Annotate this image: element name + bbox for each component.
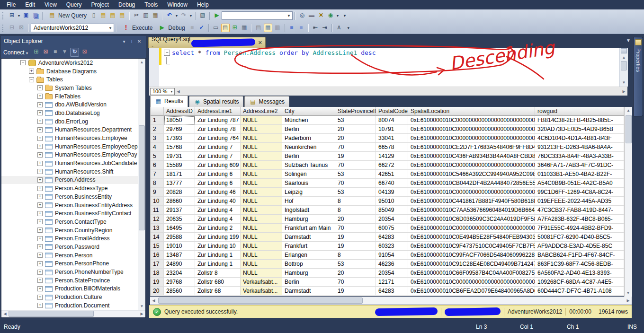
data-cell[interactable]: 53 xyxy=(335,260,376,269)
data-cell[interactable]: 12171 xyxy=(376,278,408,287)
data-cell[interactable]: 20635 xyxy=(164,215,195,224)
tree-node-person-password[interactable]: +Person.Password xyxy=(1,243,145,251)
tree-node-person-address[interactable]: +Person.Address xyxy=(1,176,145,184)
data-cell[interactable]: NULL xyxy=(241,224,282,233)
data-cell[interactable]: 29137 xyxy=(164,206,195,215)
data-cell[interactable]: NULL xyxy=(241,143,282,152)
undo-icon[interactable] xyxy=(165,11,174,20)
expand-icon[interactable]: + xyxy=(37,119,43,124)
row-number-cell[interactable]: 1 xyxy=(151,116,164,125)
dropdown-arrow-icon[interactable]: ▾ xyxy=(17,14,21,18)
data-cell[interactable]: Zollstr 68 xyxy=(195,287,241,296)
data-cell[interactable]: Paderborn xyxy=(282,134,335,143)
save-all-icon[interactable] xyxy=(31,11,40,20)
toolbar-grip[interactable] xyxy=(2,12,5,19)
data-cell[interactable]: NULL xyxy=(241,179,282,188)
data-cell[interactable]: NULL xyxy=(241,206,282,215)
data-cell[interactable]: NULL xyxy=(241,233,282,242)
oe-script-icon[interactable] xyxy=(80,48,89,56)
row-number-cell[interactable]: 19 xyxy=(151,278,164,287)
tree-horizontal-scrollbar[interactable]: ◀ ▶ xyxy=(1,310,146,318)
data-cell[interactable]: Bottrop xyxy=(282,260,335,269)
data-cell[interactable]: 0xE6100000010CE2D7F17683A548406F9FF8D45A… xyxy=(408,143,535,152)
column-header-addressid[interactable]: AddressID xyxy=(164,107,195,116)
expand-icon[interactable]: + xyxy=(37,177,43,183)
data-cell[interactable]: 8 xyxy=(335,206,376,215)
copy-icon[interactable] xyxy=(142,11,150,20)
object-explorer-titlebar[interactable]: Object Explorer ▾ ⊤ ✕ xyxy=(1,36,146,46)
dropdown-arrow-icon[interactable]: ▾ xyxy=(335,14,340,18)
expand-icon[interactable]: + xyxy=(37,270,43,275)
expand-icon[interactable]: + xyxy=(37,152,43,158)
data-cell[interactable]: 66578 xyxy=(376,143,408,152)
estimated-plan-icon[interactable] xyxy=(198,11,207,20)
data-cell[interactable]: Zur Lindung 6 xyxy=(195,170,241,179)
data-cell[interactable]: 0xE6100000010C00000000000000000000000000… xyxy=(408,134,535,143)
data-cell[interactable]: 0xE6100000010C00000000000000000000000000… xyxy=(408,188,535,197)
oe-filter-icon[interactable] xyxy=(61,48,69,56)
data-cell[interactable]: Sulzbach Taunus xyxy=(282,161,335,170)
row-number-cell[interactable]: 2 xyxy=(151,125,164,134)
data-cell[interactable]: Zollstr 680 xyxy=(195,278,241,287)
data-cell[interactable]: 0xE6100000010CB0442DF4B2A4484072856E55D6… xyxy=(408,179,535,188)
stop-icon[interactable] xyxy=(188,24,197,32)
tree-node-person-businessentity[interactable]: +Person.BusinessEntity xyxy=(1,193,145,201)
data-cell[interactable]: Zur Lindung 7 xyxy=(195,143,241,152)
expand-icon[interactable]: + xyxy=(37,286,43,291)
expand-icon[interactable]: + xyxy=(37,219,43,224)
data-cell[interactable]: Hof xyxy=(282,197,335,206)
zoom-level-combo[interactable]: 100 %▼ xyxy=(150,88,175,95)
tab-messages[interactable]: Messages xyxy=(244,96,289,107)
grid-corner-header[interactable] xyxy=(151,107,164,116)
find-icon[interactable] xyxy=(298,11,306,20)
data-cell[interactable]: AF9ADDC8-E3AD-4D5E-85C xyxy=(535,242,624,251)
row-number-cell[interactable]: 12 xyxy=(151,215,164,224)
execute-button[interactable]: Execute xyxy=(119,24,155,32)
data-cell[interactable]: 19 xyxy=(335,233,376,242)
tree-node-person-person[interactable]: +Person.Person xyxy=(1,251,145,260)
data-cell[interactable]: NULL xyxy=(241,170,282,179)
tree-node-humanresources-shift[interactable]: +HumanResources.Shift xyxy=(1,167,145,176)
data-cell[interactable]: Zur Lindung 1 xyxy=(195,260,241,269)
data-cell[interactable]: Zur Lindung 609 xyxy=(195,161,241,170)
data-cell[interactable]: A54C0B9B-051E-4A2C-B5A0 xyxy=(535,179,624,188)
data-cell[interactable]: 0xE6100000010C6D036509C3C24A4019DF9F5859… xyxy=(408,215,535,224)
data-cell[interactable]: Zur Lindung 4 xyxy=(195,215,241,224)
data-cell[interactable]: NULL xyxy=(241,215,282,224)
tab-overflow-icon[interactable]: ▼ xyxy=(626,38,631,43)
data-cell[interactable]: Zur Lindung 787 xyxy=(195,116,241,125)
oe-refresh-icon[interactable] xyxy=(70,48,79,57)
data-cell[interactable]: 863F1C39-68F7-4C56-8EDB- xyxy=(535,260,624,269)
collapse-region-icon[interactable]: − xyxy=(164,50,170,56)
data-cell[interactable]: Neunkirchen xyxy=(282,143,335,152)
data-cell[interactable]: 46236 xyxy=(376,260,408,269)
data-cell[interactable]: NULL xyxy=(241,242,282,251)
expand-icon[interactable]: + xyxy=(29,69,34,74)
column-header-rowguid[interactable]: rowguid xyxy=(535,107,624,116)
data-cell[interactable]: 70 xyxy=(335,179,376,188)
data-cell[interactable]: 0xE6100000010C4418617B881F4940F580B618B1… xyxy=(408,197,535,206)
data-cell[interactable]: 60D444C7-DF7C-4B71-A108 xyxy=(535,287,624,296)
data-cell[interactable]: Zur Lindung 199 xyxy=(195,233,241,242)
row-number-cell[interactable]: 8 xyxy=(151,179,164,188)
collapse-icon[interactable]: − xyxy=(20,60,26,65)
debug-button[interactable]: Debug xyxy=(155,24,187,32)
data-cell[interactable]: 0xE6100000010C66F09587B4C04A400F00827512… xyxy=(408,269,535,278)
expand-icon[interactable]: + xyxy=(37,127,43,132)
data-cell[interactable]: 17393 xyxy=(164,134,195,143)
data-cell[interactable]: 33041 xyxy=(376,134,408,143)
data-cell[interactable]: 18171 xyxy=(164,170,195,179)
data-cell[interactable]: 60075 xyxy=(376,224,408,233)
properties-tab[interactable]: Properties xyxy=(633,37,643,116)
oe-connect-icon[interactable] xyxy=(32,48,40,56)
tree-node-person-addresstype[interactable]: +Person.AddressType xyxy=(1,184,145,193)
data-cell[interactable]: 8 xyxy=(335,251,376,260)
data-cell[interactable]: Zur Lindung 10 xyxy=(195,242,241,251)
data-cell[interactable]: NULL xyxy=(241,134,282,143)
data-cell[interactable]: 15589 xyxy=(164,161,195,170)
tab-close-icon[interactable]: ✕ xyxy=(258,40,262,46)
data-cell[interactable]: 0xE6100000010C91C28E4E08CD49409B7142479E… xyxy=(408,260,535,269)
tab-spatial-results[interactable]: Spatial results xyxy=(189,96,243,107)
tree-node-person-businessentitycontact[interactable]: +Person.BusinessEntityContact xyxy=(1,209,145,218)
data-cell[interactable]: Verkaufsabt... xyxy=(241,287,282,296)
